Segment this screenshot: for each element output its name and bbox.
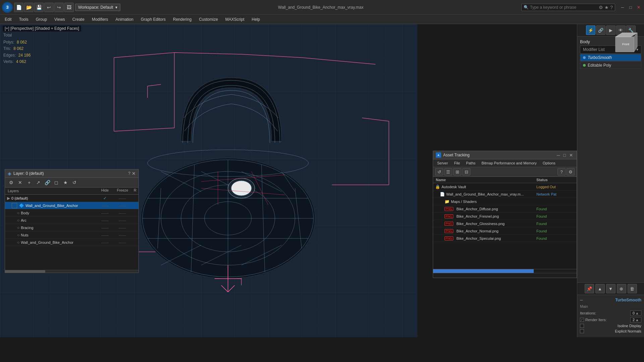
asset-row-max-file[interactable]: 📄 Wall_and_Ground_Bike_Anchor_max_vray.m… bbox=[433, 191, 577, 198]
layer-delete-button[interactable]: ✕ bbox=[16, 179, 24, 186]
redo-button[interactable]: ↪ bbox=[54, 3, 64, 12]
layer-name-nuts: Nuts bbox=[21, 233, 28, 237]
asset-menu-file[interactable]: File bbox=[451, 160, 463, 166]
asset-row-diffuse-indent: PNG Bike_Anchor_Diffuse.png bbox=[433, 207, 536, 211]
layer-list[interactable]: ▶ 0 (default) ✓ —— 🔷 Wall_and_Ground_Bik… bbox=[5, 195, 138, 270]
explicit-normals-checkbox[interactable] bbox=[580, 329, 584, 333]
layer-freeze-1: —— bbox=[113, 204, 132, 208]
layer-link-button[interactable]: 🔗 bbox=[43, 179, 51, 186]
layer-visibility-box-1[interactable] bbox=[12, 203, 17, 208]
asset-row-fresnel[interactable]: PNG Bike_Anchor_Fresnel.png Found bbox=[433, 213, 577, 220]
save-file-button[interactable]: 💾 bbox=[34, 3, 44, 12]
top-bar: 3 📄 📂 💾 ↩ ↪ 🖼 Workspace: Default ▾ Wall_… bbox=[0, 0, 644, 15]
menu-customize[interactable]: Customize bbox=[195, 16, 221, 23]
make-unique-button[interactable]: ⊕ bbox=[617, 284, 626, 293]
layer-add-button[interactable]: + bbox=[25, 179, 33, 186]
asset-row-normal[interactable]: PNG Bike_Anchor_Normal.png Found bbox=[433, 227, 577, 235]
asset-refresh-button[interactable]: ↺ bbox=[435, 168, 443, 175]
maximize-button[interactable]: □ bbox=[627, 4, 634, 11]
spinner-up-icon[interactable]: ▲ bbox=[635, 311, 639, 315]
asset-detail-view-button[interactable]: ⊞ bbox=[453, 168, 461, 175]
search-bar[interactable]: 🔍 ⚙ ★ ? bbox=[521, 4, 615, 11]
asset-panel-maximize-button[interactable]: □ bbox=[562, 153, 567, 158]
render-iters-checkbox[interactable]: ✓ bbox=[580, 318, 584, 322]
layer-scroll-thumb[interactable] bbox=[5, 270, 45, 273]
asset-png-icon-glossiness: PNG bbox=[445, 222, 453, 226]
menu-create[interactable]: Create bbox=[69, 16, 88, 23]
open-file-button[interactable]: 📂 bbox=[24, 3, 34, 12]
layer-row-bike-anchor[interactable]: 🔷 Wall_and_Ground_Bike_Anchor —— —— bbox=[5, 202, 138, 209]
iterations-value-field[interactable]: 0 ▲ bbox=[630, 310, 641, 316]
layer-refresh-button[interactable]: ↺ bbox=[70, 179, 78, 186]
search-input[interactable] bbox=[530, 5, 597, 10]
layer-scrollbar[interactable] bbox=[5, 270, 138, 273]
menu-views[interactable]: Views bbox=[51, 16, 68, 23]
modifier-list-label: Modifier List bbox=[583, 47, 605, 52]
search-help-icon[interactable]: ? bbox=[610, 5, 613, 10]
undo-button[interactable]: ↩ bbox=[44, 3, 54, 12]
layer-panel-close-button[interactable]: ✕ bbox=[132, 171, 136, 176]
layer-panel-help-button[interactable]: ? bbox=[128, 171, 130, 176]
search-bookmark-icon[interactable]: ★ bbox=[604, 5, 609, 10]
asset-menu-bitmap-perf[interactable]: Bitmap Performance and Memory bbox=[479, 160, 539, 166]
close-button[interactable]: ✕ bbox=[635, 4, 642, 11]
workspace-arrow-icon: ▾ bbox=[115, 5, 117, 10]
asset-menu-paths[interactable]: Paths bbox=[463, 160, 478, 166]
modifier-up-button[interactable]: ▲ bbox=[595, 284, 605, 293]
menu-modifiers[interactable]: Modifiers bbox=[89, 16, 112, 23]
delete-modifier-button[interactable]: 🗑 bbox=[628, 284, 637, 293]
menu-rendering[interactable]: Rendering bbox=[170, 16, 195, 23]
asset-row-glossiness[interactable]: PNG Bike_Anchor_Glossiness.png Found bbox=[433, 220, 577, 227]
asset-file-list[interactable]: 🔒 Autodesk Vault Logged Out 📄 Wall_and_G… bbox=[433, 183, 577, 269]
menu-graph-editors[interactable]: Graph Editors bbox=[137, 16, 169, 23]
asset-name-col-header: Name bbox=[433, 178, 536, 182]
search-tools-icon[interactable]: ⚙ bbox=[599, 5, 603, 10]
asset-row-vault[interactable]: 🔒 Autodesk Vault Logged Out bbox=[433, 183, 577, 191]
minimize-button[interactable]: ─ bbox=[619, 4, 626, 11]
asset-menu-options[interactable]: Options bbox=[540, 160, 558, 166]
viewport-snapshot-button[interactable]: 🖼 bbox=[64, 3, 74, 12]
asset-settings-button[interactable]: ⚙ bbox=[567, 168, 575, 175]
layer-name-column-header: Layers bbox=[5, 188, 97, 194]
render-iters-value-field[interactable]: 2 ▲ bbox=[630, 317, 641, 322]
asset-row-maps-folder[interactable]: 📁 Maps / Shaders bbox=[433, 198, 577, 205]
layer-move-to-button[interactable]: ↗ bbox=[34, 179, 42, 186]
layer-select-button[interactable]: ◻ bbox=[52, 179, 60, 186]
menu-group[interactable]: Group bbox=[33, 16, 50, 23]
layer-settings-icon[interactable]: ⚙ bbox=[7, 179, 15, 186]
editable-poly-modifier-row[interactable]: Editable Poly bbox=[580, 62, 641, 69]
asset-list-view-button[interactable]: ☰ bbox=[444, 168, 452, 175]
asset-grid-view-button[interactable]: ⊟ bbox=[462, 168, 470, 175]
asset-help-button[interactable]: ? bbox=[558, 168, 566, 175]
modifier-down-button[interactable]: ▼ bbox=[606, 284, 616, 293]
layer-name-body: Body bbox=[21, 211, 29, 215]
new-file-button[interactable]: 📄 bbox=[14, 3, 23, 12]
pin-modifier-button[interactable]: 📌 bbox=[585, 284, 594, 293]
menu-animation[interactable]: Animation bbox=[112, 16, 137, 23]
asset-panel-close-button[interactable]: ✕ bbox=[568, 153, 574, 158]
layer-hide-wall-ground: —— bbox=[97, 240, 113, 244]
layer-row-bracing[interactable]: ○ Bracing —— —— bbox=[5, 224, 138, 231]
viewport-cube[interactable]: Front bbox=[610, 30, 637, 57]
render-spinner-up-icon[interactable]: ▲ bbox=[635, 318, 639, 322]
hierarchy-tab-button[interactable]: 🔗 bbox=[596, 25, 605, 35]
layer-highlight-button[interactable]: ★ bbox=[61, 179, 69, 186]
layer-row-default[interactable]: ▶ 0 (default) ✓ —— bbox=[5, 195, 138, 202]
layer-sub-icon-wall-ground: ○ bbox=[17, 240, 19, 245]
asset-panel-minimize-button[interactable]: ─ bbox=[556, 153, 561, 158]
layer-row-wall-ground[interactable]: ○ Wall_and_Ground_Bike_Anchor —— —— bbox=[5, 239, 138, 246]
isoline-checkbox[interactable] bbox=[580, 324, 584, 328]
menu-edit[interactable]: Edit bbox=[1, 16, 15, 23]
asset-row-diffuse[interactable]: PNG Bike_Anchor_Diffuse.png Found bbox=[433, 205, 577, 213]
modifier-tab-button[interactable]: ⚡ bbox=[586, 25, 595, 35]
menu-maxscript[interactable]: MAXScript bbox=[222, 16, 248, 23]
asset-row-specular[interactable]: PNG Bike_Anchor_Specular.png Found bbox=[433, 235, 577, 242]
asset-menu-server[interactable]: Server bbox=[434, 160, 451, 166]
menu-help[interactable]: Help bbox=[248, 16, 264, 23]
layer-row-nuts[interactable]: ○ Nuts —— —— bbox=[5, 231, 138, 239]
menu-tools[interactable]: Tools bbox=[16, 16, 32, 23]
layer-row-arc[interactable]: ○ Arc —— —— bbox=[5, 217, 138, 224]
workspace-dropdown[interactable]: Workspace: Default ▾ bbox=[75, 4, 120, 11]
layer-row-body[interactable]: ○ Body —— —— bbox=[5, 209, 138, 217]
explicit-normals-label: Explicit Normals bbox=[615, 329, 641, 333]
